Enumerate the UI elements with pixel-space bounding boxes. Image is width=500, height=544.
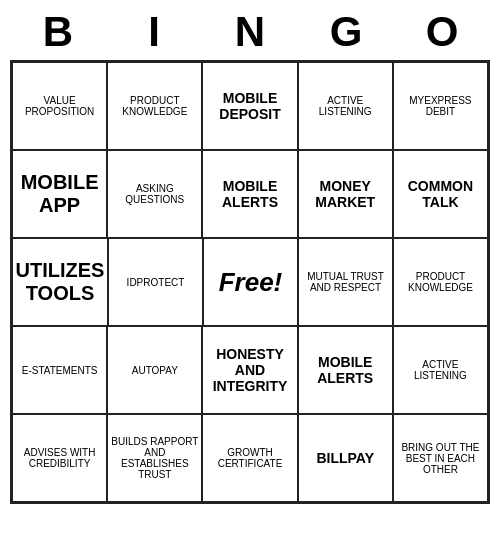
grid-cell: BILLPAY [298,414,393,502]
grid-cell: UTILIZES TOOLS [12,238,108,326]
cell-text: BILLPAY [316,450,374,466]
grid-cell: MOBILE APP [12,150,107,238]
grid-cell: ADVISES WITH CREDIBILITY [12,414,107,502]
grid-row: E-STATEMENTSAUTOPAYHONESTY AND INTEGRITY… [12,326,488,414]
cell-text: PRODUCT KNOWLEDGE [397,271,484,293]
cell-text: ADVISES WITH CREDIBILITY [16,447,103,469]
grid-cell: GROWTH CERTIFICATE [202,414,297,502]
grid-cell: BRING OUT THE BEST IN EACH OTHER [393,414,488,502]
grid-cell: IDPROTECT [108,238,203,326]
grid-cell: MUTUAL TRUST AND RESPECT [298,238,393,326]
cell-text: AUTOPAY [132,365,178,376]
cell-text: COMMON TALK [397,178,484,210]
cell-text: MONEY MARKET [302,178,389,210]
grid-cell: PRODUCT KNOWLEDGE [107,62,202,150]
cell-text: ACTIVE LISTENING [302,95,389,117]
cell-text: ASKING QUESTIONS [111,183,198,205]
bingo-letter: B [20,8,96,56]
grid-cell: COMMON TALK [393,150,488,238]
grid-row: VALUE PROPOSITIONPRODUCT KNOWLEDGEMOBILE… [12,62,488,150]
cell-text: IDPROTECT [127,277,185,288]
cell-text: MYEXPRESS DEBIT [397,95,484,117]
cell-text: E-STATEMENTS [22,365,98,376]
grid-cell: MOBILE ALERTS [202,150,297,238]
cell-text: BRING OUT THE BEST IN EACH OTHER [397,442,484,475]
grid-row: ADVISES WITH CREDIBILITYBUILDS RAPPORT A… [12,414,488,502]
cell-text: MUTUAL TRUST AND RESPECT [302,271,389,293]
cell-text: MOBILE ALERTS [206,178,293,210]
grid-cell: ACTIVE LISTENING [393,326,488,414]
grid-cell: MOBILE ALERTS [298,326,393,414]
bingo-letter: N [212,8,288,56]
grid-cell: MOBILE DEPOSIT [202,62,297,150]
grid-cell: MYEXPRESS DEBIT [393,62,488,150]
grid-cell: ASKING QUESTIONS [107,150,202,238]
cell-text: MOBILE DEPOSIT [206,90,293,122]
bingo-letter: I [116,8,192,56]
grid-row: UTILIZES TOOLSIDPROTECTFree!MUTUAL TRUST… [12,238,488,326]
cell-text: PRODUCT KNOWLEDGE [111,95,198,117]
grid-cell: Free! [203,238,298,326]
cell-text: Free! [219,267,283,298]
grid-cell: BUILDS RAPPORT AND ESTABLISHES TRUST [107,414,202,502]
cell-text: HONESTY AND INTEGRITY [206,346,293,394]
grid-cell: PRODUCT KNOWLEDGE [393,238,488,326]
bingo-grid: VALUE PROPOSITIONPRODUCT KNOWLEDGEMOBILE… [10,60,490,504]
grid-cell: E-STATEMENTS [12,326,107,414]
cell-text: MOBILE ALERTS [302,354,389,386]
cell-text: BUILDS RAPPORT AND ESTABLISHES TRUST [111,436,198,480]
grid-cell: MONEY MARKET [298,150,393,238]
cell-text: UTILIZES TOOLS [16,259,105,305]
grid-cell: ACTIVE LISTENING [298,62,393,150]
cell-text: ACTIVE LISTENING [397,359,484,381]
grid-cell: HONESTY AND INTEGRITY [202,326,297,414]
bingo-title: BINGO [10,0,490,60]
cell-text: MOBILE APP [16,171,103,217]
bingo-letter: G [308,8,384,56]
cell-text: VALUE PROPOSITION [16,95,103,117]
bingo-letter: O [404,8,480,56]
grid-cell: VALUE PROPOSITION [12,62,107,150]
grid-cell: AUTOPAY [107,326,202,414]
grid-row: MOBILE APPASKING QUESTIONSMOBILE ALERTSM… [12,150,488,238]
cell-text: GROWTH CERTIFICATE [206,447,293,469]
